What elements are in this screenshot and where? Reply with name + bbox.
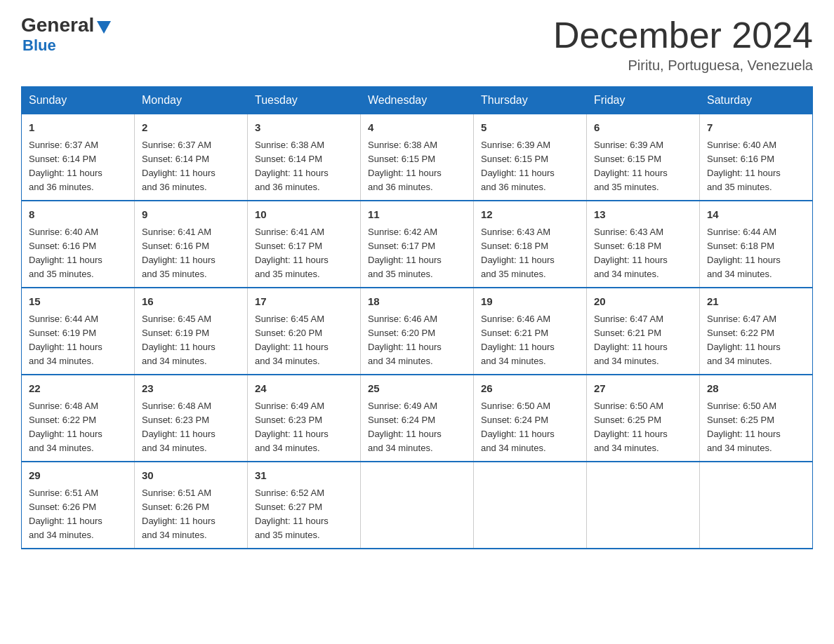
header-wednesday: Wednesday: [361, 87, 474, 114]
calendar-day-cell: 8Sunrise: 6:40 AMSunset: 6:16 PMDaylight…: [22, 201, 135, 288]
header-thursday: Thursday: [474, 87, 587, 114]
day-number: 7: [707, 120, 805, 136]
day-info: Sunrise: 6:47 AMSunset: 6:22 PMDaylight:…: [707, 312, 805, 369]
logo: General Blue: [21, 14, 114, 55]
calendar-day-cell: 24Sunrise: 6:49 AMSunset: 6:23 PMDayligh…: [248, 375, 361, 462]
calendar-day-cell: 12Sunrise: 6:43 AMSunset: 6:18 PMDayligh…: [474, 201, 587, 288]
calendar-table: Sunday Monday Tuesday Wednesday Thursday…: [21, 86, 813, 549]
day-number: 29: [29, 468, 127, 484]
calendar-week-row: 15Sunrise: 6:44 AMSunset: 6:19 PMDayligh…: [22, 288, 813, 375]
day-number: 10: [255, 207, 353, 223]
calendar-day-cell: 14Sunrise: 6:44 AMSunset: 6:18 PMDayligh…: [700, 201, 813, 288]
day-number: 13: [594, 207, 692, 223]
day-number: 5: [481, 120, 579, 136]
header-saturday: Saturday: [700, 87, 813, 114]
day-number: 24: [255, 381, 353, 397]
calendar-day-cell: 22Sunrise: 6:48 AMSunset: 6:22 PMDayligh…: [22, 375, 135, 462]
day-info: Sunrise: 6:45 AMSunset: 6:20 PMDaylight:…: [255, 312, 353, 369]
day-info: Sunrise: 6:44 AMSunset: 6:18 PMDaylight:…: [707, 225, 805, 282]
calendar-day-cell: 21Sunrise: 6:47 AMSunset: 6:22 PMDayligh…: [700, 288, 813, 375]
header-tuesday: Tuesday: [248, 87, 361, 114]
calendar-week-row: 29Sunrise: 6:51 AMSunset: 6:26 PMDayligh…: [22, 462, 813, 549]
calendar-day-cell: [587, 462, 700, 549]
calendar-day-cell: 9Sunrise: 6:41 AMSunset: 6:16 PMDaylight…: [135, 201, 248, 288]
calendar-day-cell: 19Sunrise: 6:46 AMSunset: 6:21 PMDayligh…: [474, 288, 587, 375]
day-number: 30: [142, 468, 240, 484]
calendar-day-cell: 29Sunrise: 6:51 AMSunset: 6:26 PMDayligh…: [22, 462, 135, 549]
day-info: Sunrise: 6:37 AMSunset: 6:14 PMDaylight:…: [29, 138, 127, 195]
calendar-day-cell: 17Sunrise: 6:45 AMSunset: 6:20 PMDayligh…: [248, 288, 361, 375]
title-block: December 2024 Piritu, Portuguesa, Venezu…: [553, 14, 813, 74]
day-number: 17: [255, 294, 353, 310]
logo-general-text: General: [21, 14, 94, 36]
day-info: Sunrise: 6:48 AMSunset: 6:22 PMDaylight:…: [29, 399, 127, 456]
calendar-day-cell: 5Sunrise: 6:39 AMSunset: 6:15 PMDaylight…: [474, 114, 587, 201]
day-number: 9: [142, 207, 240, 223]
calendar-week-row: 8Sunrise: 6:40 AMSunset: 6:16 PMDaylight…: [22, 201, 813, 288]
calendar-day-cell: 10Sunrise: 6:41 AMSunset: 6:17 PMDayligh…: [248, 201, 361, 288]
calendar-day-cell: 16Sunrise: 6:45 AMSunset: 6:19 PMDayligh…: [135, 288, 248, 375]
logo-blue-text: Blue: [22, 36, 56, 55]
day-info: Sunrise: 6:47 AMSunset: 6:21 PMDaylight:…: [594, 312, 692, 369]
day-number: 19: [481, 294, 579, 310]
day-info: Sunrise: 6:51 AMSunset: 6:26 PMDaylight:…: [142, 486, 240, 543]
calendar-day-cell: 3Sunrise: 6:38 AMSunset: 6:14 PMDaylight…: [248, 114, 361, 201]
day-info: Sunrise: 6:39 AMSunset: 6:15 PMDaylight:…: [594, 138, 692, 195]
day-info: Sunrise: 6:49 AMSunset: 6:23 PMDaylight:…: [255, 399, 353, 456]
calendar-day-cell: 27Sunrise: 6:50 AMSunset: 6:25 PMDayligh…: [587, 375, 700, 462]
day-number: 25: [368, 381, 466, 397]
calendar-title: December 2024: [553, 14, 813, 56]
calendar-day-cell: 11Sunrise: 6:42 AMSunset: 6:17 PMDayligh…: [361, 201, 474, 288]
calendar-day-cell: 2Sunrise: 6:37 AMSunset: 6:14 PMDaylight…: [135, 114, 248, 201]
calendar-subtitle: Piritu, Portuguesa, Venezuela: [553, 58, 813, 74]
day-number: 23: [142, 381, 240, 397]
calendar-day-cell: 28Sunrise: 6:50 AMSunset: 6:25 PMDayligh…: [700, 375, 813, 462]
calendar-day-cell: 7Sunrise: 6:40 AMSunset: 6:16 PMDaylight…: [700, 114, 813, 201]
logo-triangle-icon: [97, 21, 111, 34]
header-friday: Friday: [587, 87, 700, 114]
day-number: 31: [255, 468, 353, 484]
day-number: 8: [29, 207, 127, 223]
day-number: 26: [481, 381, 579, 397]
day-info: Sunrise: 6:49 AMSunset: 6:24 PMDaylight:…: [368, 399, 466, 456]
calendar-day-cell: 4Sunrise: 6:38 AMSunset: 6:15 PMDaylight…: [361, 114, 474, 201]
day-number: 6: [594, 120, 692, 136]
header-sunday: Sunday: [22, 87, 135, 114]
day-info: Sunrise: 6:37 AMSunset: 6:14 PMDaylight:…: [142, 138, 240, 195]
day-info: Sunrise: 6:52 AMSunset: 6:27 PMDaylight:…: [255, 486, 353, 543]
day-number: 11: [368, 207, 466, 223]
day-number: 20: [594, 294, 692, 310]
day-info: Sunrise: 6:44 AMSunset: 6:19 PMDaylight:…: [29, 312, 127, 369]
day-info: Sunrise: 6:43 AMSunset: 6:18 PMDaylight:…: [481, 225, 579, 282]
day-info: Sunrise: 6:38 AMSunset: 6:14 PMDaylight:…: [255, 138, 353, 195]
day-info: Sunrise: 6:48 AMSunset: 6:23 PMDaylight:…: [142, 399, 240, 456]
day-info: Sunrise: 6:40 AMSunset: 6:16 PMDaylight:…: [29, 225, 127, 282]
day-number: 14: [707, 207, 805, 223]
calendar-day-cell: 26Sunrise: 6:50 AMSunset: 6:24 PMDayligh…: [474, 375, 587, 462]
day-info: Sunrise: 6:46 AMSunset: 6:21 PMDaylight:…: [481, 312, 579, 369]
calendar-week-row: 1Sunrise: 6:37 AMSunset: 6:14 PMDaylight…: [22, 114, 813, 201]
day-info: Sunrise: 6:39 AMSunset: 6:15 PMDaylight:…: [481, 138, 579, 195]
weekday-header-row: Sunday Monday Tuesday Wednesday Thursday…: [22, 87, 813, 114]
day-info: Sunrise: 6:41 AMSunset: 6:17 PMDaylight:…: [255, 225, 353, 282]
day-info: Sunrise: 6:42 AMSunset: 6:17 PMDaylight:…: [368, 225, 466, 282]
calendar-day-cell: [474, 462, 587, 549]
calendar-day-cell: [361, 462, 474, 549]
day-number: 12: [481, 207, 579, 223]
calendar-day-cell: 25Sunrise: 6:49 AMSunset: 6:24 PMDayligh…: [361, 375, 474, 462]
header-monday: Monday: [135, 87, 248, 114]
day-info: Sunrise: 6:40 AMSunset: 6:16 PMDaylight:…: [707, 138, 805, 195]
day-number: 2: [142, 120, 240, 136]
calendar-day-cell: 23Sunrise: 6:48 AMSunset: 6:23 PMDayligh…: [135, 375, 248, 462]
calendar-day-cell: 1Sunrise: 6:37 AMSunset: 6:14 PMDaylight…: [22, 114, 135, 201]
day-number: 21: [707, 294, 805, 310]
day-info: Sunrise: 6:50 AMSunset: 6:24 PMDaylight:…: [481, 399, 579, 456]
calendar-day-cell: 18Sunrise: 6:46 AMSunset: 6:20 PMDayligh…: [361, 288, 474, 375]
calendar-week-row: 22Sunrise: 6:48 AMSunset: 6:22 PMDayligh…: [22, 375, 813, 462]
day-info: Sunrise: 6:51 AMSunset: 6:26 PMDaylight:…: [29, 486, 127, 543]
calendar-day-cell: 31Sunrise: 6:52 AMSunset: 6:27 PMDayligh…: [248, 462, 361, 549]
day-info: Sunrise: 6:50 AMSunset: 6:25 PMDaylight:…: [707, 399, 805, 456]
calendar-day-cell: 15Sunrise: 6:44 AMSunset: 6:19 PMDayligh…: [22, 288, 135, 375]
day-number: 1: [29, 120, 127, 136]
calendar-day-cell: 30Sunrise: 6:51 AMSunset: 6:26 PMDayligh…: [135, 462, 248, 549]
